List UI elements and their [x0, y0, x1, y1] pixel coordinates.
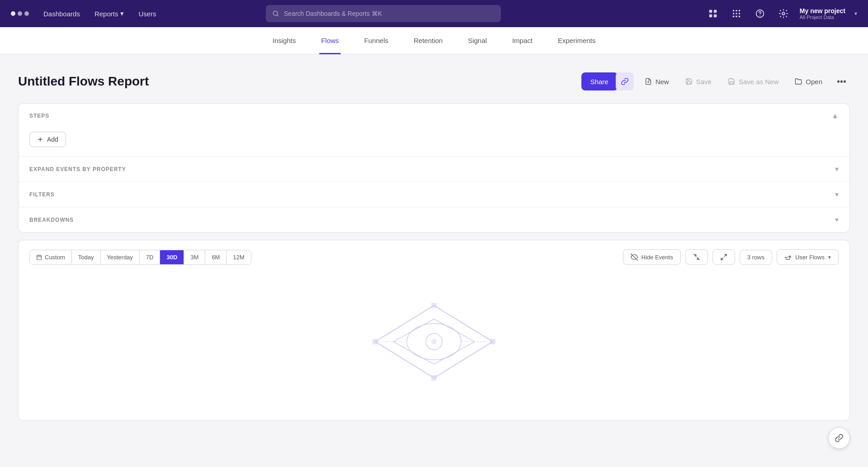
save-as-new-icon: [728, 78, 735, 85]
svg-rect-38: [490, 339, 495, 344]
breakdowns-label: BREAKDOWNS: [29, 217, 74, 223]
nav-dot-1: [11, 11, 15, 16]
date-7d-btn[interactable]: 7D: [140, 250, 160, 264]
nav-dashboards[interactable]: Dashboards: [43, 10, 80, 18]
breakdowns-chevron-icon: ▾: [835, 215, 839, 224]
plus-icon: [37, 136, 43, 143]
grid-icon-btn[interactable]: [729, 6, 744, 21]
project-info[interactable]: My new project All Project Data: [800, 7, 845, 20]
help-icon: [755, 9, 765, 19]
date-30d-btn[interactable]: 30D: [160, 250, 184, 264]
share-group: Share: [581, 72, 634, 91]
svg-point-6: [736, 10, 737, 12]
open-button[interactable]: Open: [789, 74, 828, 89]
bottom-toolbar: Custom Today Yesterday 7D 30D 3M: [29, 249, 839, 265]
floating-link-icon: [835, 434, 844, 443]
search-bar[interactable]: Search Dashboards & Reports ⌘K: [266, 5, 501, 22]
nav-reports[interactable]: Reports ▾: [94, 10, 124, 18]
svg-point-10: [738, 13, 740, 14]
analytics-icon-btn[interactable]: [706, 6, 720, 21]
expand-arrows-button[interactable]: [712, 249, 735, 265]
tab-impact[interactable]: Impact: [510, 27, 534, 54]
tab-bar: Insights Flows Funnels Retention Signal …: [0, 27, 868, 54]
project-chevron: ▾: [854, 10, 857, 17]
svg-point-8: [733, 13, 735, 14]
main-content: Untitled Flows Report Share: [0, 54, 868, 421]
svg-rect-37: [373, 339, 378, 344]
tab-flows[interactable]: Flows: [319, 27, 340, 54]
svg-point-16: [782, 12, 785, 15]
report-title: Untitled Flows Report: [18, 74, 581, 89]
search-placeholder: Search Dashboards & Reports ⌘K: [284, 10, 382, 17]
filters-section-header[interactable]: FILTERS ▾: [19, 182, 849, 207]
steps-chevron-icon: ▲: [831, 112, 839, 120]
date-12m-btn[interactable]: 12M: [226, 250, 250, 264]
svg-rect-3: [709, 14, 712, 17]
tab-experiments[interactable]: Experiments: [556, 27, 597, 54]
settings-icon-btn[interactable]: [776, 6, 791, 21]
steps-body: Add: [19, 128, 849, 156]
share-button[interactable]: Share: [581, 72, 618, 91]
nav-logo-dots: [11, 11, 29, 16]
date-6m-btn[interactable]: 6M: [205, 250, 226, 264]
add-step-button[interactable]: Add: [29, 132, 66, 147]
nav-dot-2: [18, 11, 22, 16]
expand-chevron-icon: ▾: [835, 165, 839, 173]
report-header: Untitled Flows Report Share: [18, 72, 850, 91]
tab-funnels[interactable]: Funnels: [363, 27, 390, 54]
floating-link-button[interactable]: [828, 427, 850, 449]
tab-retention[interactable]: Retention: [412, 27, 444, 54]
svg-rect-21: [37, 255, 42, 260]
header-actions: Share New: [581, 72, 850, 91]
new-doc-icon: [645, 78, 652, 85]
hide-events-button[interactable]: Hide Events: [623, 249, 681, 265]
top-nav: Dashboards Reports ▾ Users Search Dashbo…: [0, 0, 868, 27]
steps-label: STEPS: [29, 113, 49, 119]
expand-section-header[interactable]: EXPAND EVENTS BY PROPERTY ▾: [19, 157, 849, 181]
svg-point-7: [738, 10, 740, 12]
svg-line-29: [721, 257, 723, 260]
date-custom-btn[interactable]: Custom: [30, 250, 72, 264]
svg-rect-2: [714, 10, 717, 13]
tab-signal[interactable]: Signal: [466, 27, 489, 54]
steps-section: STEPS ▲ Add: [19, 104, 849, 157]
nav-dot-3: [24, 11, 29, 16]
date-3m-btn[interactable]: 3M: [184, 250, 205, 264]
filters-chevron-icon: ▾: [835, 190, 839, 199]
share-link-button[interactable]: [616, 72, 634, 91]
filters-label: FILTERS: [29, 191, 55, 198]
nav-reports-chevron: ▾: [120, 10, 124, 18]
save-icon: [685, 78, 693, 85]
svg-rect-4: [714, 14, 717, 17]
steps-section-header[interactable]: STEPS ▲: [19, 104, 849, 128]
user-flows-button[interactable]: User Flows ▾: [777, 249, 839, 265]
date-yesterday-btn[interactable]: Yesterday: [101, 250, 140, 264]
svg-point-15: [760, 15, 760, 16]
more-options-button[interactable]: •••: [833, 73, 850, 91]
svg-rect-1: [709, 10, 712, 13]
new-button[interactable]: New: [639, 74, 675, 89]
open-folder-icon: [795, 78, 802, 85]
svg-rect-39: [431, 303, 437, 308]
analytics-icon: [708, 9, 718, 19]
save-as-new-button[interactable]: Save as New: [722, 74, 784, 89]
arrows-out-icon: [720, 253, 727, 261]
help-icon-btn[interactable]: [753, 6, 767, 21]
svg-point-9: [736, 13, 737, 14]
svg-rect-40: [431, 375, 437, 381]
search-icon: [272, 10, 279, 17]
svg-line-28: [724, 254, 726, 257]
empty-state: [29, 274, 839, 410]
svg-point-5: [733, 10, 735, 12]
svg-point-34: [431, 339, 437, 344]
nav-users[interactable]: Users: [138, 10, 156, 18]
config-panel: STEPS ▲ Add EXPAND EVENTS BY PROPERTY ▾: [18, 103, 850, 233]
grid-icon: [731, 9, 741, 19]
collapse-arrows-button[interactable]: [685, 249, 708, 265]
user-flows-chevron-icon: ▾: [828, 254, 831, 260]
date-today-btn[interactable]: Today: [72, 250, 101, 264]
rows-button[interactable]: 3 rows: [740, 250, 772, 265]
tab-insights[interactable]: Insights: [271, 27, 298, 54]
breakdowns-section-header[interactable]: BREAKDOWNS ▾: [19, 207, 849, 232]
save-button[interactable]: Save: [680, 74, 717, 89]
